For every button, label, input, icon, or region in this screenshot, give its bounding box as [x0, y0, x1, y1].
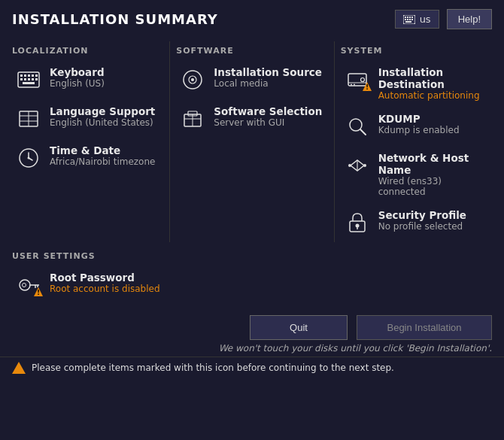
keyboard-subtitle: English (US) [50, 78, 105, 89]
kdump-title: KDUMP [378, 113, 460, 125]
security-text: Security Profile No profile selected [378, 209, 466, 232]
svg-rect-17 [24, 78, 26, 80]
destination-subtitle: Automatic partitioning [378, 90, 489, 101]
destination-item[interactable]: ! Installation Destination Automatic par… [341, 60, 492, 107]
svg-rect-1 [405, 17, 406, 18]
language-text: Language Support English (United States) [50, 105, 155, 128]
network-subtitle: Wired (ens33) connected [378, 176, 489, 197]
svg-rect-13 [28, 74, 30, 77]
svg-point-50 [355, 224, 359, 228]
svg-rect-20 [35, 78, 38, 80]
footer-warning-text: Please complete items marked with this i… [32, 363, 394, 373]
svg-rect-19 [32, 78, 34, 80]
lang-label: us [420, 14, 431, 25]
svg-rect-11 [20, 74, 23, 77]
localization-label: LOCALIZATION [12, 46, 163, 56]
keyboard-item[interactable]: Keyboard English (US) [12, 60, 163, 99]
svg-rect-12 [24, 74, 26, 77]
network-text: Network & Host Name Wired (ens33) connec… [378, 152, 489, 197]
svg-point-41 [354, 84, 355, 86]
svg-text:!: ! [37, 290, 40, 296]
time-text: Time & Date Africa/Nairobi timezone [50, 144, 155, 167]
source-item[interactable]: Installation Source Local media [176, 60, 327, 99]
root-title: Root Password [50, 272, 160, 284]
svg-point-29 [28, 157, 30, 159]
security-title: Security Profile [378, 209, 466, 221]
keyboard-icon-box [15, 66, 42, 93]
quit-button[interactable]: Quit [250, 315, 348, 340]
svg-point-48 [363, 164, 366, 167]
language-icon [18, 108, 39, 129]
svg-rect-21 [23, 82, 35, 84]
localization-col: LOCALIZATION [12, 41, 163, 242]
selection-item[interactable]: Software Selection Server with GUI [176, 99, 327, 138]
system-label: SYSTEM [341, 46, 492, 56]
software-col: SOFTWARE Installation Source Local media [176, 41, 327, 242]
divider-1 [169, 41, 170, 242]
clock-icon [18, 147, 39, 168]
svg-rect-8 [411, 19, 413, 20]
kdump-subtitle: Kdump is enabled [378, 125, 460, 135]
clock-icon-box [15, 144, 42, 171]
root-subtitle: Root account is disabled [50, 284, 160, 294]
svg-rect-9 [405, 21, 411, 23]
action-note: We won't touch your disks until you clic… [219, 343, 492, 354]
language-title: Language Support [50, 105, 155, 117]
warning-badge-icon: ! [33, 287, 44, 297]
svg-rect-7 [409, 19, 411, 20]
user-settings-section: USER SETTINGS ! Root Password Root accou… [0, 245, 504, 308]
keyboard-icon [17, 71, 40, 88]
root-text: Root Password Root account is disabled [50, 272, 160, 294]
root-item[interactable]: ! Root Password Root account is disabled [12, 266, 492, 305]
network-title: Network & Host Name [378, 152, 489, 176]
svg-rect-5 [405, 19, 406, 20]
source-text: Installation Source Local media [214, 66, 322, 89]
key-icon-box: ! [15, 272, 42, 299]
svg-point-56 [23, 284, 26, 287]
time-item[interactable]: Time & Date Africa/Nairobi timezone [12, 138, 163, 178]
selection-subtitle: Server with GUI [214, 117, 322, 128]
svg-rect-6 [407, 19, 408, 20]
disc-icon [182, 69, 203, 90]
system-col: SYSTEM ! [341, 41, 492, 242]
svg-point-47 [348, 164, 351, 167]
selection-title: Software Selection [214, 105, 322, 117]
keyboard-text: Keyboard English (US) [50, 66, 105, 89]
svg-point-40 [351, 84, 352, 86]
language-icon-box [15, 105, 42, 132]
svg-rect-18 [28, 78, 30, 80]
action-buttons: Quit Begin Installation [250, 315, 492, 340]
source-subtitle: Local media [214, 78, 322, 89]
search-icon-box [344, 113, 371, 140]
header-right: us Help! [395, 9, 492, 29]
destination-title: Installation Destination [378, 66, 489, 90]
selection-text: Software Selection Server with GUI [214, 105, 322, 128]
action-bar: Quit Begin Installation We won't touch y… [0, 308, 504, 357]
help-button[interactable]: Help! [447, 9, 492, 29]
network-icon-box [344, 152, 371, 179]
lock-icon [348, 212, 366, 233]
svg-line-45 [360, 129, 366, 135]
security-subtitle: No profile selected [378, 221, 466, 232]
network-item[interactable]: Network & Host Name Wired (ens33) connec… [341, 146, 492, 203]
kdump-text: KDUMP Kdump is enabled [378, 113, 460, 135]
begin-installation-button[interactable]: Begin Installation [357, 315, 492, 340]
warning-badge-icon: ! [362, 81, 372, 92]
user-settings-label: USER SETTINGS [12, 251, 492, 261]
keyboard-title: Keyboard [50, 66, 105, 78]
keyboard-icon [403, 15, 415, 24]
security-item[interactable]: Security Profile No profile selected [341, 203, 492, 242]
footer-warning-icon [12, 362, 26, 374]
columns: LOCALIZATION [12, 41, 492, 242]
kdump-item[interactable]: KDUMP Kdump is enabled [341, 107, 492, 146]
language-item[interactable]: Language Support English (United States) [12, 99, 163, 138]
main-content: LOCALIZATION [0, 35, 504, 245]
header: INSTALLATION SUMMARY us Help! [0, 0, 504, 35]
package-icon [182, 108, 203, 129]
svg-rect-14 [32, 74, 34, 77]
destination-text: Installation Destination Automatic parti… [378, 66, 489, 101]
svg-rect-3 [409, 17, 411, 18]
svg-point-32 [191, 78, 194, 81]
language-selector[interactable]: us [395, 10, 439, 29]
source-title: Installation Source [214, 66, 322, 78]
